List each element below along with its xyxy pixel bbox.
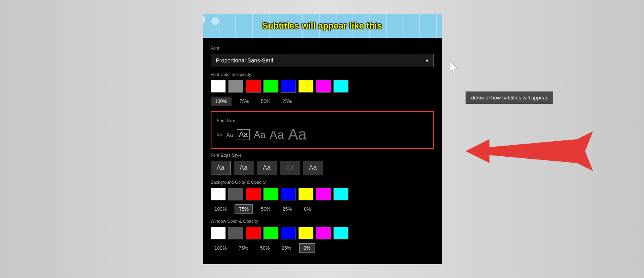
edge-btn-2[interactable]: Aa [257, 161, 277, 175]
edge-btn-4[interactable]: Aa [303, 161, 323, 175]
font-opacity-row: 100% 75% 50% 25% [211, 97, 434, 106]
font-color-blue[interactable] [281, 80, 296, 93]
font-size-sm[interactable]: Aa [226, 132, 233, 138]
bg-opacity-100[interactable]: 100% [211, 205, 231, 214]
font-color-label: Font Color & Opacity [211, 72, 434, 77]
win-color-blue[interactable] [281, 227, 296, 239]
video-preview: Subtitles will appear like this [203, 14, 442, 38]
bg-color-magenta[interactable] [316, 188, 331, 200]
bg-color-yellow[interactable] [298, 188, 313, 200]
win-opacity-75[interactable]: 75% [235, 244, 252, 253]
font-size-row: Aa Aa Aa Aa Aa Aa [217, 126, 427, 143]
svg-marker-1 [489, 131, 593, 171]
win-color-red[interactable] [246, 227, 261, 239]
win-color-magenta[interactable] [316, 227, 331, 239]
font-opacity-50[interactable]: 50% [257, 97, 274, 106]
window-color-row [211, 227, 434, 239]
dropdown-chevron-icon: ▾ [426, 57, 429, 64]
win-opacity-100[interactable]: 100% [211, 244, 231, 253]
tooltip-box: demo of how subtitles will appear [466, 91, 553, 104]
font-color-cyan[interactable] [333, 80, 348, 93]
bg-color-label: Background Color & Opacity [211, 180, 434, 185]
bg-opacity-25[interactable]: 25% [278, 205, 296, 214]
font-color-white[interactable] [211, 80, 226, 93]
font-selected: Proportional Sans-Serif [216, 57, 274, 64]
font-edge-row: Aa Aa Aa Aa Aa [211, 161, 434, 175]
font-size-lg[interactable]: Aa [254, 129, 265, 140]
bg-color-green[interactable] [263, 188, 278, 200]
bg-opacity-50[interactable]: 50% [257, 205, 274, 214]
bg-color-row [211, 188, 434, 200]
svg-marker-0 [450, 61, 458, 74]
bg-color-red[interactable] [246, 188, 261, 200]
font-color-yellow[interactable] [298, 80, 313, 93]
mouse-cursor-icon [450, 61, 461, 77]
font-size-xxl[interactable]: Aa [288, 126, 306, 143]
win-opacity-25[interactable]: 25% [278, 244, 295, 253]
font-size-xl[interactable]: Aa [269, 128, 284, 142]
red-arrow-icon [466, 131, 593, 173]
settings-panel: Font Proportional Sans-Serif ▾ Font Colo… [203, 38, 442, 264]
font-color-green[interactable] [263, 80, 278, 93]
window-color-label: Window Color & Opacity [211, 219, 434, 224]
center-panel: Subtitles will appear like this Font Pro… [203, 14, 442, 264]
font-label: Font [211, 46, 434, 51]
bg-color-blue[interactable] [281, 188, 296, 200]
font-opacity-75[interactable]: 75% [235, 97, 253, 106]
win-color-cyan[interactable] [333, 227, 348, 239]
bg-opacity-75[interactable]: 75% [235, 204, 253, 214]
page-wrapper: Subtitles will appear like this Font Pro… [0, 0, 644, 278]
win-color-yellow[interactable] [298, 227, 313, 239]
font-color-silver[interactable] [228, 80, 243, 93]
font-size-section: Font Size Aa Aa Aa Aa Aa Aa [211, 111, 434, 149]
font-color-row [211, 80, 434, 93]
win-opacity-0[interactable]: 0% [299, 243, 315, 253]
win-opacity-50[interactable]: 50% [256, 244, 274, 253]
bg-color-silver[interactable] [228, 188, 243, 200]
bg-opacity-0[interactable]: 0% [300, 205, 315, 214]
win-color-white[interactable] [211, 227, 226, 239]
edge-btn-1[interactable]: Aa [234, 161, 254, 175]
font-size-xs[interactable]: Aa [217, 132, 222, 137]
font-opacity-25[interactable]: 25% [278, 97, 296, 106]
bg-opacity-row: 100% 75% 50% 25% 0% [211, 204, 434, 214]
win-color-green[interactable] [263, 227, 278, 239]
font-opacity-100[interactable]: 100% [211, 97, 232, 106]
edge-btn-0[interactable]: Aa [211, 161, 231, 175]
font-dropdown[interactable]: Proportional Sans-Serif ▾ [211, 54, 434, 67]
subtitle-preview-text: Subtitles will appear like this [262, 21, 382, 31]
font-size-label: Font Size [217, 118, 427, 123]
bg-color-white[interactable] [211, 188, 226, 200]
font-color-red[interactable] [246, 80, 261, 93]
font-color-magenta[interactable] [316, 80, 331, 93]
font-size-md[interactable]: Aa [237, 129, 250, 140]
bg-color-cyan[interactable] [333, 188, 348, 200]
tooltip-text: demo of how subtitles will appear [471, 95, 548, 101]
edge-btn-3[interactable]: Aa [280, 161, 300, 175]
win-color-silver[interactable] [228, 227, 243, 239]
svg-marker-2 [466, 139, 489, 163]
font-edge-label: Font Edge Style [211, 153, 434, 157]
win-opacity-row: 100% 75% 50% 25% 0% [211, 243, 434, 253]
